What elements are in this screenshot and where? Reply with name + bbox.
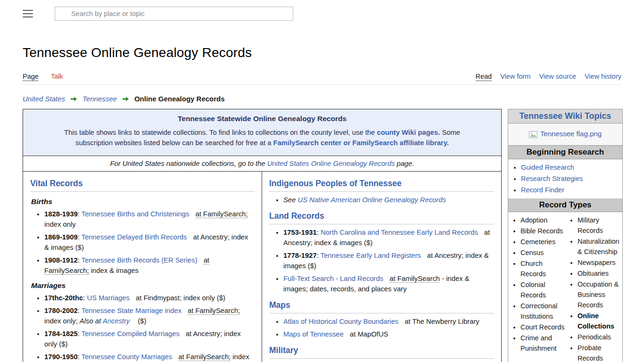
link[interactable]: Tennessee Birth Records (ER Series)	[82, 256, 204, 264]
tab-page[interactable]: Page	[23, 73, 39, 81]
link[interactable]: United States Online Genealogy Records	[267, 160, 395, 167]
page-title: Tennessee Online Genealogy Records	[23, 45, 644, 60]
sidebar-list-item: Obituaries	[578, 268, 622, 279]
link[interactable]: Tennessee Early Land Registers	[321, 252, 427, 259]
nationwide-note: For United States nationwide collections…	[23, 156, 501, 172]
sidebar-link[interactable]: Obituaries	[578, 270, 609, 277]
date-range: 1753-1931	[283, 229, 317, 236]
tab-view-source[interactable]: View source	[539, 73, 576, 81]
link[interactable]: Tennessee Compiled Marriages	[82, 330, 186, 337]
sidebar-list-item: Cemeteries	[520, 237, 565, 247]
section-heading: Maps	[269, 300, 494, 313]
text: ($)	[136, 317, 146, 325]
date-range: 1869-1909	[44, 233, 78, 241]
subsection-heading: Marriages	[31, 281, 255, 290]
infobox-body: This table shows links to statewide coll…	[51, 127, 473, 148]
breadcrumb-link[interactable]: United States	[23, 95, 65, 103]
record-types-lists: AdoptionBible RecordsCemeteriesCensusChu…	[508, 212, 622, 362]
sidebar-link[interactable]: Newspapers	[578, 259, 616, 266]
sidebar-list-item: Crime and Punishment	[520, 333, 565, 354]
date-range: 1908-1912	[44, 256, 78, 264]
link[interactable]: Tennessee County Marriages	[82, 353, 178, 361]
sidebar-link[interactable]: Court Records	[520, 323, 564, 331]
link[interactable]: Tennessee Delayed Birth Records	[82, 233, 193, 241]
sidebar-link[interactable]: Guided Research	[521, 164, 574, 171]
link[interactable]: North Carolina and Tennessee Early Land …	[321, 229, 484, 236]
link[interactable]: county Wiki pages.	[377, 129, 440, 136]
sidebar-link[interactable]: Bible Records	[520, 227, 563, 235]
italic-text: Also at	[80, 317, 103, 325]
tabs-right: ReadView formView sourceView history	[476, 73, 622, 81]
statewide-records-table: Tennessee Statewide Online Genealogy Rec…	[23, 109, 502, 362]
sidebar-link[interactable]: Census	[520, 249, 544, 256]
broken-image-icon	[529, 131, 537, 138]
breadcrumb-link[interactable]: Tennessee	[83, 95, 117, 103]
text: :	[78, 353, 82, 361]
text: :	[78, 233, 82, 241]
sidebar-link[interactable]: Crime and Punishment	[520, 334, 557, 352]
sidebar-list-item: Military Records	[578, 215, 622, 236]
sidebar-link[interactable]: Naturalization & Citizenship	[578, 238, 619, 255]
text: This table shows links to statewide coll…	[64, 129, 377, 136]
sidebar-link[interactable]: Military Records	[578, 216, 603, 234]
breadcrumb: United StatesTennesseeOnline Genealogy R…	[23, 95, 644, 103]
link[interactable]: US Native American Online Genealogy Reco…	[297, 196, 446, 204]
date-range: 1828-1939	[44, 210, 78, 218]
sidebar-list-item: Court Records	[520, 322, 565, 332]
tab-read[interactable]: Read	[476, 73, 492, 81]
record-list-item: Atlas of Historical County Boundariesat …	[283, 316, 494, 327]
record-list-item: See US Native American Online Genealogy …	[283, 195, 494, 205]
link[interactable]: Tennessee Births and Christenings	[82, 210, 196, 218]
sidebar-link[interactable]: Correctional Institutions	[520, 302, 557, 320]
tabs-left: PageTalk	[23, 73, 63, 81]
sidebar-link[interactable]: Church Records	[520, 260, 546, 278]
date-range: 1784-1825	[44, 330, 78, 337]
tab-view-history[interactable]: View history	[585, 73, 621, 81]
record-list-item: 1753-1931: North Carolina and Tennessee …	[283, 227, 494, 248]
sidebar-list-item: Census	[520, 247, 565, 258]
sidebar-list-item: Record Finder	[521, 184, 621, 196]
link[interactable]: Tennessee State Marriage index	[82, 307, 188, 314]
sidebar-link[interactable]: Cemeteries	[520, 238, 555, 246]
link[interactable]: Maps of Tennessee	[283, 330, 350, 338]
sidebar-list-item: Bible Records	[520, 226, 565, 236]
sidebar-link[interactable]: Periodicals	[578, 333, 611, 341]
tab-talk[interactable]: Talk	[51, 73, 63, 81]
link[interactable]: US Marriages	[87, 294, 135, 302]
link[interactable]: Full-Text Search - Land Records	[283, 275, 389, 282]
flag-image-link[interactable]: Tennessee flag.png	[540, 130, 602, 138]
breadcrumb-current: Online Genealogy Records	[134, 95, 225, 103]
sidebar-title: Tennessee Wiki Topics	[508, 109, 622, 123]
breadcrumb-arrow-icon	[122, 96, 129, 102]
tab-view-form[interactable]: View form	[500, 73, 530, 81]
search-input[interactable]	[55, 7, 293, 21]
date-range: 17thc-20thc	[44, 294, 83, 302]
sidebar-link[interactable]: Probate Records	[578, 344, 603, 362]
sidebar-list-item: Colonial Records	[520, 280, 565, 300]
section-heading: Vital Records	[30, 179, 255, 192]
text: at Findmypast; index only ($)	[136, 294, 225, 302]
section-heading: Military	[269, 346, 494, 359]
record-list-item: 1869-1909: Tennessee Delayed Birth Recor…	[44, 232, 255, 253]
sidebar-list-item: Occupation & Business Records	[578, 279, 622, 310]
italic-text: See	[283, 196, 297, 204]
sidebar-link[interactable]: Colonial Records	[520, 281, 546, 299]
sidebar-link[interactable]: Record Finder	[521, 186, 564, 194]
record-list-item: 1778-1927: Tennessee Early Land Register…	[283, 250, 494, 271]
text: at The Newberry Library	[405, 318, 479, 325]
record-list-item: 1784-1825: Tennessee Compiled Marriagesa…	[44, 329, 255, 349]
date-range: 1780-2002	[44, 307, 78, 314]
link[interactable]: FamilySearch center or FamilySearch affi…	[273, 139, 449, 147]
sidebar-link[interactable]: Adoption	[520, 216, 547, 224]
infobox-header: Tennessee Statewide Online Genealogy Rec…	[23, 109, 501, 156]
sidebar-list-item: Newspapers	[578, 257, 622, 268]
sidebar-header-record-types: Record Types	[508, 198, 622, 212]
top-bar	[0, 0, 644, 21]
beginning-research-list: Guided ResearchResearch StrategiesRecord…	[508, 159, 622, 198]
link[interactable]: Ancestry	[103, 317, 136, 325]
menu-icon[interactable]	[23, 10, 33, 17]
sidebar-link[interactable]: Occupation & Business Records	[578, 280, 619, 309]
link[interactable]: Atlas of Historical County Boundaries	[283, 318, 405, 325]
sidebar-list-item: Naturalization & Citizenship	[578, 236, 622, 257]
sidebar-link[interactable]: Research Strategies	[521, 175, 583, 182]
